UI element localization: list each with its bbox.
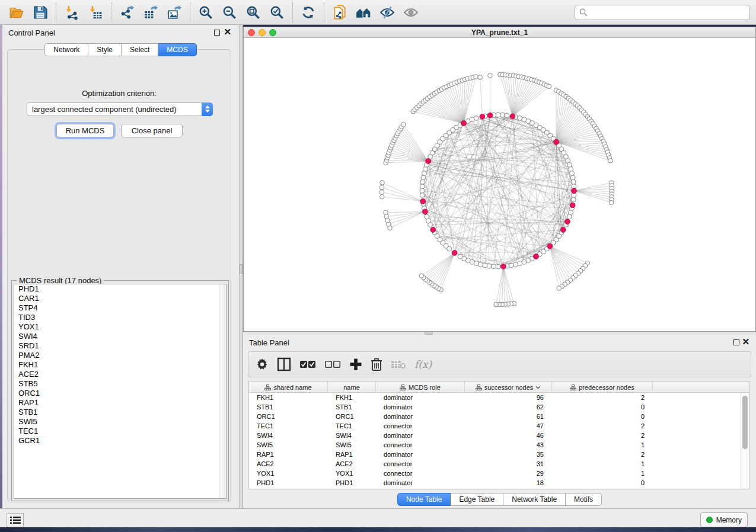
table-row[interactable]: YOX1YOX1connector291	[249, 469, 749, 478]
cell-shared-name: SWI4	[249, 431, 328, 440]
mcds-node-item[interactable]: ACE2	[14, 370, 226, 379]
new-network-from-selection-icon[interactable]	[330, 3, 350, 22]
float-panel-icon[interactable]	[214, 30, 220, 36]
search-box[interactable]	[575, 5, 750, 20]
network-window-title: YPA_prune.txt_1	[244, 28, 755, 37]
cell-predecessor-nodes: 1	[552, 440, 653, 450]
cell-predecessor-nodes: 1	[552, 459, 653, 469]
table-body: FKH1FKH1dominator962STB1STB1dominator620…	[249, 393, 749, 489]
tab-edge-table[interactable]: Edge Table	[451, 493, 503, 506]
cell-predecessor-nodes: 1	[552, 469, 653, 478]
select-all-icon[interactable]	[299, 355, 316, 373]
show-all-icon[interactable]	[401, 3, 421, 22]
cell-shared-name: TEC1	[249, 421, 328, 431]
mcds-node-item[interactable]: CAR1	[14, 294, 226, 303]
mcds-node-item[interactable]: ORC1	[14, 389, 226, 398]
control-panel-title: Control Panel	[8, 28, 55, 37]
tab-select[interactable]: Select	[122, 43, 158, 56]
task-history-button[interactable]	[7, 513, 24, 527]
search-input[interactable]	[588, 7, 749, 18]
mcds-node-item[interactable]: GCR1	[14, 436, 226, 446]
mcds-node-item[interactable]: TID3	[14, 313, 226, 322]
cell-predecessor-nodes: 2	[552, 450, 653, 459]
mcds-node-item[interactable]: RAP1	[14, 398, 226, 408]
table-tabs: Node TableEdge TableNetwork TableMotifs	[243, 493, 756, 506]
table-row[interactable]: ACE2ACE2connector311	[249, 459, 749, 469]
memory-button[interactable]: Memory	[700, 512, 748, 527]
first-neighbors-icon[interactable]	[353, 3, 374, 22]
table-settings-icon[interactable]	[256, 355, 269, 373]
mcds-node-item[interactable]: STB1	[14, 408, 226, 417]
network-window-titlebar[interactable]: YPA_prune.txt_1	[244, 27, 755, 38]
mcds-node-item[interactable]: YOX1	[14, 322, 226, 332]
table-scrollbar[interactable]	[741, 393, 749, 489]
cell-MCDS-role: dominator	[376, 412, 465, 421]
table-row[interactable]: SWI5SWI5connector431	[249, 440, 749, 450]
tab-style[interactable]: Style	[88, 43, 122, 56]
table-row[interactable]: RAP1RAP1dominator352	[249, 450, 749, 459]
export-table-icon[interactable]	[141, 3, 161, 22]
tab-network-table[interactable]: Network Table	[503, 493, 566, 506]
column-namespace-icon	[400, 384, 406, 390]
tab-node-table[interactable]: Node Table	[397, 493, 451, 506]
mcds-node-item[interactable]: STP4	[14, 303, 226, 313]
table-row[interactable]: PHD1PHD1dominator180	[249, 478, 749, 488]
zoom-fit-icon[interactable]	[243, 3, 263, 22]
desktop-strip-bottom	[0, 527, 756, 532]
run-mcds-button[interactable]: Run MCDS	[56, 124, 114, 137]
mcds-node-item[interactable]: STB5	[14, 379, 226, 389]
export-image-icon[interactable]	[164, 3, 184, 22]
mcds-node-item[interactable]: FKH1	[14, 360, 226, 370]
splitter-handle[interactable]	[240, 264, 243, 274]
mcds-node-item[interactable]: SWI4	[14, 332, 226, 341]
delete-columns-icon[interactable]	[371, 355, 382, 373]
column-header-MCDS-role[interactable]: MCDS role	[376, 382, 465, 393]
column-namespace-icon	[476, 384, 482, 390]
deselect-all-icon[interactable]	[324, 355, 341, 373]
mcds-node-item[interactable]: TEC1	[14, 427, 226, 436]
zoom-out-icon[interactable]	[219, 3, 240, 22]
status-bar: Memory	[0, 508, 756, 527]
mcds-node-item[interactable]: PMA2	[14, 351, 226, 360]
column-header-shared-name[interactable]: shared name	[249, 382, 328, 393]
column-header-name[interactable]: name	[328, 382, 376, 393]
table-row[interactable]: TEC1TEC1connector472	[249, 421, 749, 431]
criterion-select[interactable]: largest connected component (undirected)	[27, 102, 213, 116]
close-panel-icon[interactable]: ✕	[224, 27, 231, 37]
cell-successor-nodes: 61	[465, 412, 552, 421]
table-row[interactable]: FKH1FKH1dominator962	[249, 393, 749, 402]
control-panel-tabs: NetworkStyleSelectMCDS	[2, 43, 239, 56]
column-header-successor-nodes[interactable]: successor nodes	[465, 382, 552, 393]
mcds-node-item[interactable]: SRD1	[14, 341, 226, 351]
mcds-node-item[interactable]: SWI5	[14, 417, 226, 427]
tab-network[interactable]: Network	[44, 43, 88, 56]
split-view-icon[interactable]	[277, 355, 291, 373]
tab-motifs[interactable]: Motifs	[566, 493, 602, 506]
network-graph[interactable]	[244, 38, 755, 331]
close-panel-icon[interactable]: ✕	[742, 337, 749, 347]
close-panel-button[interactable]: Close panel	[121, 124, 183, 137]
export-network-icon[interactable]	[117, 3, 137, 22]
scrollbar-thumb[interactable]	[742, 396, 748, 449]
apply-function-icon[interactable]: f(x)	[414, 355, 432, 373]
zoom-selected-icon[interactable]	[267, 3, 287, 22]
import-network-icon[interactable]	[62, 3, 82, 22]
column-header-predecessor-nodes[interactable]: predecessor nodes	[552, 382, 653, 393]
delete-table-icon[interactable]	[391, 355, 406, 373]
zoom-in-icon[interactable]	[196, 3, 216, 22]
import-table-icon[interactable]	[85, 3, 106, 22]
float-panel-icon[interactable]	[733, 339, 739, 345]
tab-mcds[interactable]: MCDS	[158, 43, 196, 56]
mcds-node-item[interactable]: PHD1	[14, 284, 226, 294]
hide-selected-icon[interactable]	[377, 3, 397, 22]
table-row[interactable]: ORC1ORC1dominator610	[249, 412, 749, 421]
network-canvas[interactable]	[244, 38, 755, 331]
refresh-icon[interactable]	[298, 3, 318, 22]
cell-shared-name: ACE2	[249, 459, 328, 469]
table-row[interactable]: STB1STB1dominator620	[249, 402, 749, 412]
add-column-icon[interactable]	[349, 355, 362, 373]
table-row[interactable]: SWI4SWI4dominator462	[249, 431, 749, 440]
save-session-icon[interactable]	[30, 3, 50, 22]
open-file-icon[interactable]	[7, 3, 27, 22]
mcds-list-scrollbar[interactable]	[219, 284, 226, 498]
